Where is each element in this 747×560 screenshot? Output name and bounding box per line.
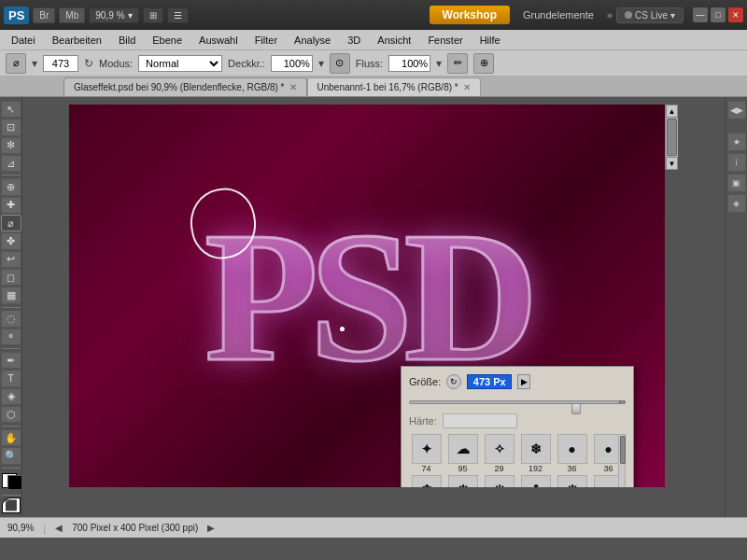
view-mode-btn[interactable]: ⊞ (143, 7, 163, 23)
brush-item[interactable]: ✦74 (409, 434, 444, 473)
layout-btn[interactable]: ☰ (167, 7, 189, 23)
minimize-btn[interactable]: — (693, 7, 708, 22)
maximize-btn[interactable]: □ (711, 7, 726, 22)
brush-size-slider[interactable] (409, 400, 626, 404)
cs-live-button[interactable]: CS Live ▾ (616, 7, 684, 23)
brush-item[interactable]: ✤39 (518, 475, 553, 487)
brush-preview-img: ● (557, 434, 587, 464)
scroll-down-btn[interactable]: ▼ (666, 157, 678, 170)
background-color[interactable] (7, 475, 22, 490)
brush-scrollbar-thumb[interactable] (620, 436, 626, 464)
flow-input[interactable] (388, 55, 430, 72)
brush-grid: ✦74☁95✧29❄192●36●36❃33❋63❊66✤39❋63·11❖48… (409, 434, 626, 487)
tab-glaseffekt-close[interactable]: ✕ (289, 82, 297, 92)
cycle-icon[interactable]: ↻ (84, 57, 93, 70)
panel-layers-btn[interactable]: ◈ (727, 194, 746, 213)
tool-heal[interactable]: ✚ (1, 197, 21, 214)
tool-hand[interactable]: ✋ (1, 429, 21, 446)
tool-lasso[interactable]: ⊡ (1, 119, 21, 135)
brush-size-field[interactable] (467, 374, 512, 389)
brush-number: 192 (529, 464, 543, 473)
brush-preview-img: ✦ (412, 434, 442, 464)
brush-resize-icon[interactable]: ⇔ (618, 397, 626, 407)
brush-tool-icon[interactable]: ⌀ (6, 53, 26, 74)
panel-info-btn[interactable]: i (727, 153, 746, 172)
menu-ansicht[interactable]: Ansicht (370, 33, 418, 48)
menu-3d[interactable]: 3D (340, 33, 368, 48)
close-btn[interactable]: ✕ (728, 7, 743, 22)
flow-arrow[interactable]: ▾ (436, 57, 442, 70)
tool-shape[interactable]: ⬡ (1, 406, 21, 423)
menu-hilfe[interactable]: Hilfe (472, 33, 508, 48)
brush-slider-thumb[interactable] (571, 403, 581, 414)
tool-blur[interactable]: ◌ (1, 310, 21, 327)
tool-gradient[interactable]: ▦ (1, 287, 21, 303)
zoom-level: 90,9% (7, 523, 34, 533)
brush-cycle-icon[interactable]: ↻ (446, 374, 461, 389)
separator-3 (2, 348, 21, 349)
separator-2 (2, 307, 21, 308)
tool-select-path[interactable]: ◈ (1, 388, 21, 405)
opacity-input[interactable] (271, 55, 313, 72)
tool-eraser[interactable]: ◻ (1, 269, 21, 286)
status-nav-next[interactable]: ▶ (207, 523, 215, 533)
menu-analyse[interactable]: Analyse (287, 33, 338, 48)
tool-move[interactable]: ↖ (1, 101, 21, 118)
brush-item[interactable]: ❄192 (518, 434, 553, 473)
tool-dodge[interactable]: ⚬ (1, 329, 21, 345)
overflow-btn[interactable]: » (607, 9, 613, 21)
hardness-row: Härte: (409, 413, 626, 428)
tool-pen[interactable]: ✒ (1, 352, 21, 369)
size-arrow-down[interactable]: ▾ (32, 57, 37, 70)
airbrush-icon[interactable]: ⊙ (330, 53, 350, 74)
brush-size-input[interactable] (43, 55, 78, 72)
panel-star-btn[interactable]: ★ (727, 133, 746, 151)
menu-datei[interactable]: Datei (4, 33, 43, 48)
tab-glaseffekt[interactable]: Glaseffekt.psd bei 90,9% (Blendenflecke,… (63, 77, 307, 96)
brush-item[interactable]: ❋63 (445, 475, 480, 487)
color-swatches[interactable] (2, 473, 22, 490)
tab-unbenannt-close[interactable]: ✕ (463, 82, 471, 92)
brush-item[interactable]: ❃33 (409, 475, 444, 487)
tool-brush[interactable]: ⌀ (1, 215, 21, 231)
tool-eyedrop[interactable]: ⊕ (1, 178, 21, 195)
tab-unbenannt[interactable]: Unbenannt-1 bei 16,7% (RGB/8) * ✕ (307, 77, 481, 96)
mini-btn[interactable]: Mb (59, 7, 85, 23)
brush-next-btn[interactable]: ▶ (517, 374, 530, 389)
menu-auswahl[interactable]: Auswahl (191, 33, 246, 48)
menu-bearbeiten[interactable]: Bearbeiten (45, 33, 109, 48)
panel-hist-btn[interactable]: ▣ (727, 174, 746, 192)
menu-fenster[interactable]: Fenster (420, 33, 470, 48)
tool-magic[interactable]: ✼ (1, 137, 21, 154)
tool-crop[interactable]: ⊿ (1, 155, 21, 172)
tool-zoom[interactable]: 🔍 (1, 447, 21, 464)
tablet-icon[interactable]: ✏ (447, 53, 468, 74)
menu-bild[interactable]: Bild (111, 33, 143, 48)
extra-icon[interactable]: ⊕ (473, 53, 494, 74)
mode-select[interactable]: Normal (138, 55, 222, 72)
status-nav-prev[interactable]: ◀ (55, 523, 63, 533)
brush-scrollbar[interactable] (618, 434, 626, 487)
scroll-thumb[interactable] (667, 119, 677, 156)
bridge-btn[interactable]: Br (33, 7, 55, 23)
tool-stamp[interactable]: ✤ (1, 232, 21, 249)
brush-number: 95 (458, 464, 467, 473)
brush-item[interactable]: ❊66 (482, 475, 516, 487)
brush-item[interactable]: ☁95 (445, 434, 480, 473)
menu-ebene[interactable]: Ebene (145, 33, 190, 48)
brush-item[interactable]: ●36 (555, 434, 589, 473)
brush-item[interactable]: ✧29 (482, 434, 516, 473)
scroll-up-btn[interactable]: ▲ (666, 105, 678, 118)
brush-item[interactable]: ❋63 (555, 475, 589, 487)
scroll-track (666, 118, 678, 157)
panel-toggle-btn[interactable]: ◀▶ (727, 101, 746, 119)
tool-text[interactable]: T (1, 370, 21, 386)
workshop-button[interactable]: Workshop (430, 6, 510, 24)
grundelemente-button[interactable]: Grundelemente (514, 7, 603, 23)
opacity-arrow[interactable]: ▾ (318, 57, 324, 70)
tool-history[interactable]: ↩ (1, 251, 21, 268)
hardness-input[interactable] (443, 413, 517, 428)
canvas-scrollbar[interactable]: ▲ ▼ (665, 105, 678, 170)
quick-mask-btn[interactable]: ⬛ (2, 497, 21, 513)
menu-filter[interactable]: Filter (247, 33, 285, 48)
